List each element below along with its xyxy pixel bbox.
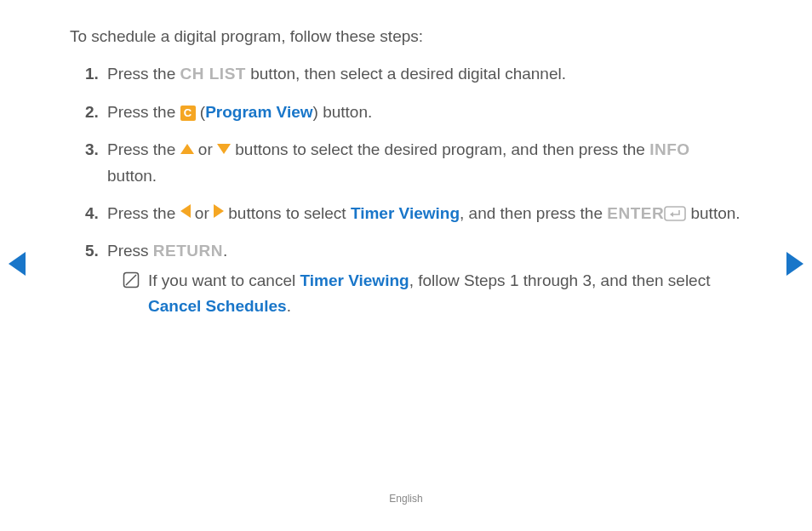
c-badge-icon: C <box>180 106 196 121</box>
step-body: Press the CH LIST button, then select a … <box>107 61 742 87</box>
text: button. <box>686 204 740 222</box>
step-3: 3. Press the or buttons to select the de… <box>85 137 742 189</box>
step-body: Press the or buttons to select Timer Vie… <box>107 201 742 226</box>
text: or <box>194 140 217 158</box>
text: . <box>287 297 291 315</box>
step-2: 2. Press the C (Program View) button. <box>85 100 742 125</box>
text: button. <box>107 167 157 185</box>
program-view-link: Program View <box>205 103 312 121</box>
enter-button-label: ENTER <box>607 204 664 222</box>
text: or <box>191 204 214 222</box>
steps-list: 1. Press the CH LIST button, then select… <box>70 61 742 319</box>
note: If you want to cancel Timer Viewing, fol… <box>123 268 742 320</box>
note-body: If you want to cancel Timer Viewing, fol… <box>148 268 742 320</box>
text: Press the <box>107 204 180 222</box>
text: Press the <box>107 65 180 83</box>
timer-viewing-link: Timer Viewing <box>300 271 409 289</box>
step-body: Press the or buttons to select the desir… <box>107 137 742 189</box>
text: ) button. <box>313 103 373 121</box>
step-4: 4. Press the or buttons to select Timer … <box>85 201 742 226</box>
text: buttons to select the desired program, a… <box>231 140 649 158</box>
nav-prev-icon[interactable] <box>9 252 26 276</box>
nav-next-icon[interactable] <box>786 252 803 276</box>
text: ( <box>196 103 206 121</box>
text: Press <box>107 242 153 260</box>
step-body: Press RETURN. If you want to cancel Time… <box>107 238 742 319</box>
text: Press the <box>107 103 180 121</box>
step-5: 5. Press RETURN. If you want to cancel T… <box>85 238 742 319</box>
svg-rect-0 <box>665 207 685 220</box>
text: , follow Steps 1 through 3, and then sel… <box>409 271 711 289</box>
step-body: Press the C (Program View) button. <box>107 100 742 125</box>
arrow-left-icon <box>180 204 191 218</box>
footer-language: English <box>0 491 812 507</box>
text: If you want to cancel <box>148 271 300 289</box>
step-number: 3. <box>85 137 107 189</box>
arrow-right-icon <box>214 204 224 218</box>
timer-viewing-link: Timer Viewing <box>351 204 460 222</box>
step-number: 1. <box>85 61 107 87</box>
text: button, then select a desired digital ch… <box>246 65 566 83</box>
step-1: 1. Press the CH LIST button, then select… <box>85 61 742 87</box>
text: Press the <box>107 140 180 158</box>
note-icon <box>123 271 140 320</box>
cancel-schedules-link: Cancel Schedules <box>148 297 287 315</box>
ch-list-button-label: CH LIST <box>180 65 246 83</box>
text: . <box>223 242 227 260</box>
text: buttons to select <box>224 204 351 222</box>
intro-text: To schedule a digital program, follow th… <box>70 24 742 49</box>
step-number: 5. <box>85 238 107 319</box>
return-button-label: RETURN <box>153 242 223 260</box>
info-button-label: INFO <box>649 140 689 158</box>
step-number: 2. <box>85 100 107 125</box>
text: , and then press the <box>460 204 607 222</box>
step-number: 4. <box>85 201 107 226</box>
enter-icon <box>664 206 686 221</box>
document-content: To schedule a digital program, follow th… <box>0 0 812 320</box>
arrow-up-icon <box>180 144 194 154</box>
arrow-down-icon <box>217 144 231 154</box>
